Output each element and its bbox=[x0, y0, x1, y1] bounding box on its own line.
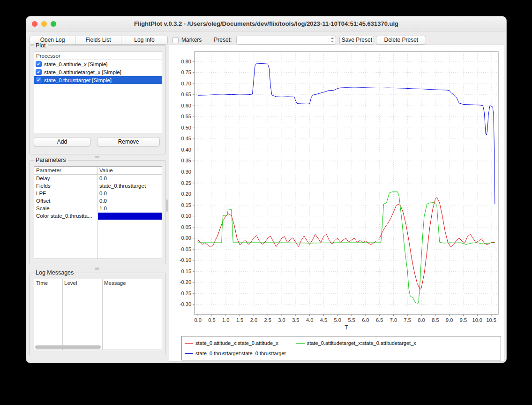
red-line-sample-icon bbox=[185, 343, 193, 344]
parameter-value[interactable]: 0.0 bbox=[97, 191, 162, 196]
svg-text:4.5: 4.5 bbox=[320, 317, 327, 323]
title-bar[interactable]: FlightPlot v.0.3.2 - /Users/oleg/Documen… bbox=[26, 16, 506, 31]
plot-panel-title: Plot bbox=[34, 42, 48, 49]
delete-preset-button[interactable]: Delete Preset bbox=[376, 36, 426, 45]
series-checkbox[interactable] bbox=[36, 77, 42, 83]
svg-text:6.0: 6.0 bbox=[362, 317, 369, 323]
blue-line-sample-icon bbox=[185, 353, 193, 354]
preset-combobox[interactable] bbox=[236, 36, 336, 45]
preset-label: Preset: bbox=[214, 37, 232, 43]
svg-text:0.15: 0.15 bbox=[181, 202, 191, 208]
svg-text:10.0: 10.0 bbox=[472, 317, 482, 323]
add-button[interactable]: Add bbox=[34, 137, 90, 146]
svg-text:-0.30: -0.30 bbox=[180, 301, 191, 307]
svg-text:5.0: 5.0 bbox=[334, 317, 341, 323]
message-column-header: Message bbox=[102, 279, 162, 287]
level-column-header: Level bbox=[62, 279, 102, 287]
svg-text:8.0: 8.0 bbox=[418, 317, 425, 323]
series-color-swatch[interactable] bbox=[97, 213, 162, 220]
parameter-row[interactable]: Color state_0.thrustta... bbox=[34, 212, 162, 220]
svg-text:0.45: 0.45 bbox=[181, 136, 191, 141]
series-checkbox[interactable] bbox=[36, 61, 42, 67]
parameter-value[interactable]: 0.0 bbox=[97, 176, 162, 181]
parameters-panel: Parameters Parameter Value Delay 0.0 Fie… bbox=[30, 160, 165, 264]
svg-text:0.35: 0.35 bbox=[181, 158, 191, 163]
svg-text:0.75: 0.75 bbox=[181, 69, 191, 75]
vertical-splitter-handle[interactable] bbox=[166, 199, 168, 212]
minimize-window-button[interactable] bbox=[41, 21, 47, 27]
parameter-row[interactable]: Delay 0.0 bbox=[34, 175, 162, 182]
svg-text:0.55: 0.55 bbox=[181, 114, 191, 119]
chart-legend: state_0.attitude_x:state_0.attitude_x st… bbox=[181, 336, 501, 360]
svg-text:7.0: 7.0 bbox=[390, 317, 397, 323]
horizontal-splitter-handle[interactable] bbox=[95, 156, 99, 158]
window-controls bbox=[32, 21, 56, 27]
svg-text:0.60: 0.60 bbox=[181, 103, 191, 108]
plot-series-row[interactable]: state_0.attitude_x [Simple] bbox=[34, 60, 162, 68]
legend-label: state_0.thrusttarget:state_0.thrusttarge… bbox=[195, 351, 286, 356]
parameter-value[interactable]: 1.0 bbox=[97, 206, 162, 211]
parameter-row[interactable]: Scale 1.0 bbox=[34, 205, 162, 212]
chevron-updown-icon bbox=[329, 36, 336, 44]
svg-text:10.5: 10.5 bbox=[486, 317, 496, 323]
svg-text:0.5: 0.5 bbox=[208, 317, 215, 323]
svg-text:0.40: 0.40 bbox=[181, 147, 191, 153]
zoom-window-button[interactable] bbox=[51, 21, 56, 27]
svg-text:2.0: 2.0 bbox=[250, 317, 257, 323]
column-divider[interactable] bbox=[97, 167, 98, 259]
parameter-value[interactable]: state_0.thrusttarget bbox=[97, 183, 162, 189]
markers-label: Markers bbox=[181, 37, 202, 43]
column-divider[interactable] bbox=[62, 279, 63, 350]
series-checkbox[interactable] bbox=[36, 69, 42, 75]
svg-text:0.50: 0.50 bbox=[181, 125, 191, 130]
fields-list-button[interactable]: Fields List bbox=[75, 36, 121, 45]
parameter-value[interactable]: 0.0 bbox=[97, 198, 162, 204]
svg-text:5.5: 5.5 bbox=[348, 317, 355, 323]
parameter-name: Fields bbox=[34, 183, 97, 189]
legend-item: state_0.attitudetarget_x:state_0.attitud… bbox=[296, 340, 416, 346]
parameter-row[interactable]: Fields state_0.thrusttarget bbox=[34, 182, 162, 190]
svg-text:1.0: 1.0 bbox=[222, 317, 229, 323]
svg-text:0.65: 0.65 bbox=[181, 92, 191, 97]
svg-text:7.5: 7.5 bbox=[404, 317, 411, 323]
svg-text:3.0: 3.0 bbox=[278, 317, 285, 323]
horizontal-splitter-handle[interactable] bbox=[95, 267, 99, 270]
chart-canvas[interactable]: -0.30-0.25-0.20-0.15-0.10-0.050.000.050.… bbox=[170, 46, 503, 333]
svg-text:3.5: 3.5 bbox=[292, 317, 299, 323]
svg-text:0.70: 0.70 bbox=[181, 81, 191, 86]
svg-text:1.5: 1.5 bbox=[236, 317, 243, 323]
parameter-row[interactable]: Offset 0.0 bbox=[34, 197, 162, 205]
processor-column-header: Processor bbox=[34, 52, 60, 60]
horizontal-scrollbar[interactable] bbox=[35, 345, 101, 349]
plot-series-row[interactable]: state_0.attitudetarget_x [Simple] bbox=[34, 68, 162, 76]
log-messages-panel: Log Messages Time Level Message bbox=[30, 273, 165, 355]
close-window-button[interactable] bbox=[32, 21, 37, 27]
value-column-header: Value bbox=[97, 167, 162, 174]
chart-panel[interactable]: -0.30-0.25-0.20-0.15-0.10-0.050.000.050.… bbox=[169, 45, 504, 362]
parameter-row[interactable]: LPF 0.0 bbox=[34, 190, 162, 197]
markers-checkbox[interactable] bbox=[172, 37, 179, 43]
svg-text:-0.25: -0.25 bbox=[180, 290, 191, 296]
legend-item: state_0.thrusttarget:state_0.thrusttarge… bbox=[185, 351, 286, 356]
plot-panel: Plot Processor state_0.attitude_x [Simpl… bbox=[30, 46, 165, 154]
green-line-sample-icon bbox=[296, 343, 305, 344]
svg-text:0.30: 0.30 bbox=[181, 169, 191, 175]
log-messages-panel-title: Log Messages bbox=[34, 269, 75, 276]
svg-text:0.80: 0.80 bbox=[181, 59, 191, 64]
series-label: state_0.attitudetarget_x [Simple] bbox=[44, 69, 121, 75]
log-info-button[interactable]: Log Info bbox=[121, 36, 168, 45]
parameter-name: Offset bbox=[34, 198, 97, 204]
save-preset-button[interactable]: Save Preset bbox=[339, 36, 374, 45]
flight-plot-chart[interactable]: -0.30-0.25-0.20-0.15-0.10-0.050.000.050.… bbox=[170, 46, 503, 335]
remove-button[interactable]: Remove bbox=[97, 137, 160, 146]
plot-series-row-selected[interactable]: state_0.thrusttarget [Simple] bbox=[34, 76, 162, 84]
series-label: state_0.attitude_x [Simple] bbox=[44, 61, 108, 67]
log-messages-table[interactable]: Time Level Message bbox=[34, 279, 162, 350]
column-divider[interactable] bbox=[102, 279, 103, 350]
svg-text:4.0: 4.0 bbox=[306, 317, 313, 323]
plot-series-table[interactable]: Processor state_0.attitude_x [Simple] st… bbox=[34, 52, 162, 133]
svg-text:2.5: 2.5 bbox=[264, 317, 271, 323]
svg-text:0.20: 0.20 bbox=[181, 191, 191, 197]
parameters-table[interactable]: Parameter Value Delay 0.0 Fields state_0… bbox=[34, 166, 162, 259]
parameter-column-header: Parameter bbox=[34, 167, 97, 174]
